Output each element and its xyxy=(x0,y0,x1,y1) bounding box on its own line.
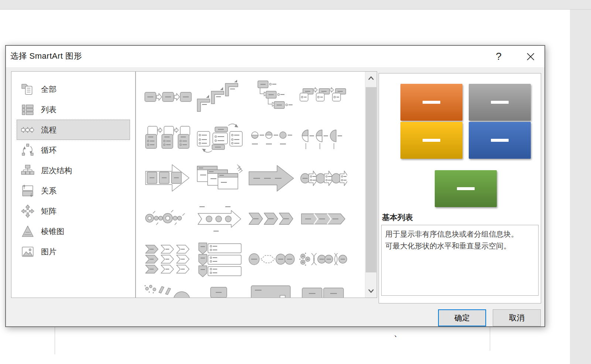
thumb-grouped-circle-process[interactable] xyxy=(299,242,347,277)
thumb-funnel-process[interactable] xyxy=(144,283,192,298)
preview-shape-gray xyxy=(469,84,531,121)
preview-shape-orange xyxy=(400,84,462,121)
sidebar-item-matrix[interactable]: 矩阵 xyxy=(17,201,130,221)
description-line: 可最大化形状的水平和垂直显示空间。 xyxy=(385,240,534,252)
sidebar-item-picture[interactable]: 图片 xyxy=(17,241,130,262)
sidebar-item-list[interactable]: 列表 xyxy=(17,99,130,120)
thumb-chevron-accent-process[interactable] xyxy=(247,202,296,237)
picture-icon xyxy=(20,245,35,258)
chevron-down-icon xyxy=(368,289,374,293)
category-list: 全部 列表 流程 循环 层次结构 关系 矩阵 棱锥图 图片 xyxy=(11,71,136,298)
gallery-scrollbar[interactable] xyxy=(365,72,377,298)
thumb-multi-chevron-list[interactable] xyxy=(144,242,192,277)
preview-shape-blue xyxy=(469,122,531,159)
thumb-basic-arrow-process[interactable] xyxy=(247,161,296,196)
process-icon xyxy=(20,123,35,137)
scroll-down-button[interactable] xyxy=(365,284,377,298)
thumb-ring-process[interactable] xyxy=(144,202,192,237)
document-right-gutter xyxy=(570,10,591,364)
chevron-up-icon xyxy=(368,76,374,80)
sidebar-item-relationship[interactable]: 关系 xyxy=(17,181,130,201)
text-dash xyxy=(491,139,509,142)
cycle-icon xyxy=(20,144,35,157)
thumb-circle-bending-process[interactable] xyxy=(247,120,296,155)
pyramid-icon xyxy=(20,225,35,238)
layout-name: 基本列表 xyxy=(382,212,413,223)
thumb-step-up-process[interactable] xyxy=(196,80,244,115)
sidebar-item-cycle[interactable]: 循环 xyxy=(17,140,130,160)
thumb-paired-block-process[interactable] xyxy=(299,283,347,298)
thumb-vertical-arrow-list[interactable] xyxy=(196,242,244,277)
preview-shape-green xyxy=(435,170,497,207)
text-dash xyxy=(423,139,440,142)
hierarchy-icon xyxy=(20,164,35,177)
thumb-linked-circles-process[interactable] xyxy=(247,242,296,277)
document-text-fragment: 、 xyxy=(394,328,402,339)
thumb-basic-process[interactable] xyxy=(144,80,192,115)
scroll-up-button[interactable] xyxy=(365,72,377,85)
ok-button[interactable]: 确定 xyxy=(438,309,486,326)
document-margin-line xyxy=(55,327,55,354)
sidebar-item-all[interactable]: 全部 xyxy=(17,79,130,99)
thumb-closed-chevron-process[interactable] xyxy=(299,202,347,237)
layout-gallery xyxy=(136,72,365,298)
thumb-circle-arrow-process[interactable] xyxy=(299,161,347,196)
sidebar-item-hierarchy[interactable]: 层次结构 xyxy=(17,160,130,181)
text-dash xyxy=(491,101,509,104)
dialog-title: 选择 SmartArt 图形 xyxy=(10,51,82,62)
close-icon xyxy=(526,52,535,61)
thumb-accent-process[interactable] xyxy=(299,80,347,115)
sidebar-item-pyramid[interactable]: 棱锥图 xyxy=(17,221,130,241)
text-dash xyxy=(423,101,440,104)
dialog-titlebar[interactable]: 选择 SmartArt 图形 ? xyxy=(6,46,544,67)
layout-gallery-panel xyxy=(136,71,377,298)
preview-shape-yellow xyxy=(400,122,462,159)
app-top-strip xyxy=(0,0,591,10)
all-icon xyxy=(20,83,35,96)
thumb-monitor-block-process[interactable] xyxy=(196,283,244,298)
relationship-icon xyxy=(20,184,35,198)
preview-pane: 基本列表 用于显示非有序信息块或者分组信息块。 可最大化形状的水平和垂直显示空间… xyxy=(379,73,541,303)
thumb-process-list[interactable] xyxy=(196,161,244,196)
close-button[interactable] xyxy=(522,49,539,64)
smartart-dialog: 选择 SmartArt 图形 ? 全部 列表 流程 循环 层次结构 关系 矩阵 … xyxy=(5,45,545,327)
layout-description: 用于显示非有序信息块或者分组信息块。 可最大化形状的水平和垂直显示空间。 xyxy=(381,225,539,296)
matrix-icon xyxy=(20,205,35,218)
thumb-alternating-flow[interactable] xyxy=(144,120,192,155)
thumb-circles-in-arrow-process[interactable] xyxy=(196,202,244,237)
thumb-half-circle-process[interactable] xyxy=(299,120,347,155)
thumb-wide-block-process[interactable] xyxy=(247,283,296,298)
thumb-detailed-process[interactable] xyxy=(196,120,244,155)
description-line: 用于显示非有序信息块或者分组信息块。 xyxy=(385,228,534,240)
scrollbar-thumb[interactable] xyxy=(366,87,376,272)
thumb-arrow-ribbon-process[interactable] xyxy=(144,161,192,196)
help-button[interactable]: ? xyxy=(491,49,506,64)
text-dash xyxy=(457,187,475,190)
cancel-button[interactable]: 取消 xyxy=(493,309,541,326)
document-margin-line xyxy=(490,327,490,351)
thumb-step-down-process[interactable] xyxy=(247,80,296,115)
list-icon xyxy=(20,103,35,116)
sidebar-item-process[interactable]: 流程 xyxy=(17,120,130,140)
